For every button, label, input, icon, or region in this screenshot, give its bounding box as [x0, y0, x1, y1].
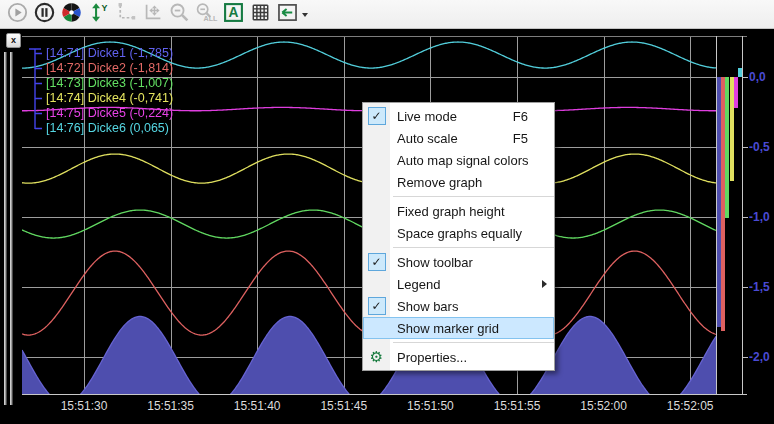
legend-entry-dicke1[interactable]: [14:71] Dicke1 (-1,785) [46, 46, 173, 61]
menu-gutter [363, 171, 390, 193]
y-tick-label: -2,0 [749, 350, 770, 364]
svg-text:ALL: ALL [203, 15, 218, 23]
pause-button[interactable] [31, 2, 58, 27]
menu-gutter [363, 127, 390, 149]
grid-icon [250, 2, 271, 27]
back-arrow-icon [277, 2, 298, 27]
menu-item-label: Live mode [390, 109, 513, 124]
menu-gutter [363, 149, 390, 171]
x-tick-label: 15:51:55 [485, 399, 549, 413]
menu-item-show-bars[interactable]: ✓Show bars [363, 295, 554, 317]
menu-item-label: Show toolbar [390, 255, 554, 270]
menu-shortcut: F6 [513, 109, 528, 124]
toolbar: YALLA [0, 0, 774, 29]
menu-gutter [363, 222, 390, 244]
menu-item-label: Fixed graph height [390, 204, 554, 219]
menu-item-auto-map-signal-colors[interactable]: Auto map signal colors [363, 149, 554, 171]
checkmark-icon: ✓ [363, 251, 390, 273]
marker-grid-button[interactable] [247, 2, 274, 27]
submenu-arrow-icon [542, 280, 547, 288]
menu-item-label: Properties... [390, 350, 554, 365]
x-tick-label: 15:51:45 [312, 399, 376, 413]
legend-entry-dicke2[interactable]: [14:72] Dicke2 (-1,814) [46, 61, 173, 76]
menu-item-auto-scale[interactable]: Auto scaleF5 [363, 127, 554, 149]
x-tick-label: 15:51:50 [398, 399, 462, 413]
menu-item-show-marker-grid[interactable]: Show marker grid [363, 317, 554, 339]
x-tick-label: 15:51:35 [139, 399, 203, 413]
context-menu: ✓Live modeF6Auto scaleF5Auto map signal … [362, 102, 555, 371]
gear-icon: ⚙ [363, 346, 390, 368]
y-tick-label: -0,5 [749, 140, 770, 154]
zoom-out-icon [169, 2, 190, 27]
drag-handle[interactable] [4, 52, 16, 405]
x-tick-label: 15:51:30 [52, 399, 116, 413]
menu-item-label: Show marker grid [390, 321, 554, 336]
menu-item-label: Remove graph [390, 175, 554, 190]
menu-item-fixed-graph-height[interactable]: Fixed graph height [363, 200, 554, 222]
close-panel-button[interactable]: x [6, 33, 21, 48]
menu-separator [363, 193, 554, 200]
menu-item-legend[interactable]: Legend [363, 273, 554, 295]
menu-item-label: Auto map signal colors [390, 153, 554, 168]
play-icon [7, 2, 28, 27]
menu-item-live-mode[interactable]: ✓Live modeF6 [363, 105, 554, 127]
menu-item-label: Legend [390, 277, 554, 292]
zoom-out-button[interactable] [166, 2, 193, 27]
pan-button[interactable] [139, 2, 166, 27]
x-axis-line [22, 394, 747, 395]
checkmark-icon: ✓ [363, 105, 390, 127]
legend-entry-dicke3[interactable]: [14:73] Dicke3 (-1,007) [46, 76, 173, 91]
color-wheel-icon [61, 2, 82, 27]
checkmark-icon: ✓ [363, 295, 390, 317]
menu-item-space-graphs-equally[interactable]: Space graphs equally [363, 222, 554, 244]
auto-text-button[interactable]: A [220, 2, 247, 27]
auto-map-colors-button[interactable] [58, 2, 85, 27]
menu-item-show-toolbar[interactable]: ✓Show toolbar [363, 251, 554, 273]
plot-top-border [22, 36, 747, 37]
undo-zoom-button[interactable] [274, 2, 301, 27]
axes-dashed-icon [115, 2, 136, 27]
value-bar-dicke5 [734, 77, 738, 108]
menu-separator [363, 244, 554, 251]
play-button[interactable] [4, 2, 31, 27]
menu-gutter [363, 200, 390, 222]
pause-icon [34, 2, 55, 27]
svg-text:Y: Y [101, 3, 107, 13]
signal-trend-window: YALLA x [14:71] Dicke1 (-1,785)[14:72] D… [0, 0, 774, 424]
axes-move-icon [142, 2, 163, 27]
menu-item-properties[interactable]: ⚙Properties... [363, 346, 554, 368]
menu-shortcut: F5 [513, 131, 528, 146]
auto-scale-y-button[interactable]: Y [85, 2, 112, 27]
menu-item-label: Space graphs equally [390, 226, 554, 241]
legend-entry-dicke5[interactable]: [14:75] Dicke5 (-0,224) [46, 106, 173, 121]
menu-item-remove-graph[interactable]: Remove graph [363, 171, 554, 193]
menu-item-label: Show bars [390, 299, 554, 314]
zoom-x-range-button[interactable] [112, 2, 139, 27]
x-tick-label: 15:52:05 [658, 399, 722, 413]
zoom-out-all-icon: ALL [195, 2, 218, 27]
x-tick-label: 15:51:40 [225, 399, 289, 413]
menu-gutter [363, 273, 390, 295]
zoom-out-all-button[interactable]: ALL [193, 2, 220, 27]
svg-text:A: A [229, 5, 239, 20]
menu-item-label: Auto scale [390, 131, 513, 146]
y-tick-label: -1,5 [749, 280, 770, 294]
menu-separator [363, 339, 554, 346]
legend-entry-dicke6[interactable]: [14:76] Dicke6 (0,065) [46, 121, 169, 136]
legend-entry-dicke4[interactable]: [14:74] Dicke4 (-0,741) [46, 91, 173, 106]
legend-bracket [26, 44, 46, 154]
plot-right-border [716, 36, 717, 394]
y-axis-line [742, 36, 743, 394]
menu-gutter [363, 317, 390, 339]
y-tick-label: 0,0 [749, 70, 766, 84]
dropdown-caret-icon[interactable] [302, 13, 308, 17]
letter-a-icon: A [223, 2, 244, 27]
x-tick-label: 15:52:00 [572, 399, 636, 413]
scale-y-icon: Y [87, 2, 110, 27]
y-tick-label: -1,0 [749, 210, 770, 224]
